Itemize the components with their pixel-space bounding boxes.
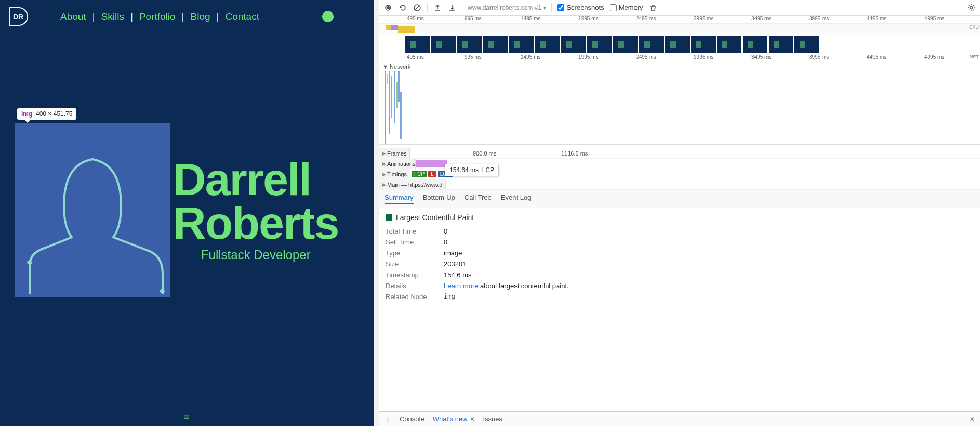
screenshots-toggle[interactable]: Screenshots [557, 4, 604, 11]
filmstrip-frame[interactable] [743, 36, 767, 53]
row-value: 203201 [444, 260, 466, 268]
summary-row: Total Time0 [386, 226, 974, 237]
filmstrip-frame[interactable] [665, 36, 690, 53]
ruler-tick: 4995 ms [924, 16, 944, 21]
nav-contact[interactable]: Contact [225, 11, 259, 22]
filmstrip-frame[interactable] [483, 36, 508, 53]
ruler-tick: 495 ms [407, 54, 424, 60]
row-key: Details [386, 282, 438, 290]
drawer-whatsnew-tab[interactable]: What's new ✕ [433, 415, 475, 423]
filmstrip-frame[interactable] [639, 36, 664, 53]
screenshots-checkbox[interactable] [557, 4, 564, 11]
animation-bar[interactable] [416, 160, 447, 167]
filmstrip-frame[interactable] [717, 36, 741, 53]
drawer-issues-tab[interactable]: Issues [483, 415, 503, 423]
learn-more-link[interactable]: Learn more [444, 282, 478, 290]
summary-row: Typeimage [386, 248, 974, 259]
tab-call-tree[interactable]: Call Tree [465, 193, 492, 204]
filmstrip-frame[interactable] [587, 36, 612, 53]
screenshot-filmstrip[interactable]: NET [379, 35, 980, 54]
hero-image-highlight[interactable] [15, 123, 170, 297]
clear-button[interactable] [413, 3, 422, 12]
frames-track-label[interactable]: ▶Frames [379, 148, 410, 158]
reload-record-button[interactable] [398, 3, 407, 12]
nav-portfolio[interactable]: Portfolio [139, 11, 176, 22]
row-value: 0 [444, 238, 447, 246]
row-key: Size [386, 260, 438, 268]
animations-track-label[interactable]: ▶Animations [379, 159, 416, 169]
filmstrip-frame[interactable] [509, 36, 534, 53]
ruler-tick: 2495 ms [636, 54, 656, 60]
drag-handle-icon[interactable]: ≡ [183, 411, 191, 423]
ruler-tick: 995 ms [465, 16, 482, 21]
filmstrip-frame[interactable] [457, 36, 482, 53]
tab-bottom-up[interactable]: Bottom-Up [423, 193, 455, 204]
perf-toolbar: www.darrellroberts.com #1 ▾ Screenshots … [379, 0, 980, 16]
main-track-label[interactable]: ▶Main — https://www.d [379, 179, 446, 189]
fcp-badge[interactable]: FCP [412, 171, 427, 177]
memory-checkbox[interactable] [610, 4, 617, 11]
filmstrip-frame[interactable] [769, 36, 793, 53]
site-header: DR About| Skills| Portfolio| Blog| Conta… [0, 0, 374, 33]
nav-about[interactable]: About [60, 11, 86, 22]
theme-dot[interactable] [322, 11, 334, 22]
cpu-minimap[interactable]: CPU [379, 24, 980, 35]
svg-rect-0 [27, 260, 32, 265]
nav-blog[interactable]: Blog [191, 11, 210, 22]
record-button[interactable] [383, 3, 393, 12]
time-ruler-bottom[interactable]: 495 ms995 ms1495 ms1995 ms2495 ms2995 ms… [379, 54, 980, 62]
network-flame[interactable] [379, 71, 980, 144]
row-key: Self Time [386, 238, 438, 246]
drawer-console-tab[interactable]: Console [400, 415, 425, 423]
filmstrip-frame[interactable] [691, 36, 716, 53]
filmstrip-frame[interactable] [561, 36, 586, 53]
nav-sep: | [217, 11, 219, 22]
drawer-menu-icon[interactable]: ⋮ [385, 415, 391, 423]
lcp-color-swatch [386, 214, 392, 221]
memory-toggle[interactable]: Memory [610, 4, 643, 11]
filmstrip-frame[interactable] [535, 36, 560, 53]
tracks-section: ▶Frames 900.0 ms 1116.5 ms ▶Animations ▶… [379, 148, 980, 190]
tab-event-log[interactable]: Event Log [501, 193, 532, 204]
filmstrip-frame[interactable] [405, 36, 430, 53]
summary-title: Largest Contentful Paint [386, 213, 974, 222]
download-profile-button[interactable] [447, 3, 457, 12]
time-ruler-top[interactable]: 495 ms995 ms1495 ms1995 ms2495 ms2995 ms… [379, 16, 980, 24]
gc-button[interactable] [648, 3, 658, 12]
summary-row: Self Time0 [386, 237, 974, 248]
site-logo[interactable]: DR [9, 7, 28, 26]
recording-selector[interactable]: www.darrellroberts.com #1 ▾ [468, 4, 546, 11]
ruler-tick: 3995 ms [809, 54, 829, 60]
ruler-tick: 2995 ms [694, 54, 713, 60]
row-value: 0 [444, 227, 447, 235]
nav-skills[interactable]: Skills [101, 11, 124, 22]
frame-time: 900.0 ms [473, 150, 496, 157]
settings-gear-icon[interactable] [966, 3, 976, 12]
svg-point-3 [387, 6, 390, 9]
collapse-handle[interactable]: ⋯ [379, 144, 980, 148]
close-icon[interactable]: ✕ [470, 416, 475, 423]
related-node-link[interactable]: img [444, 293, 455, 301]
ruler-tick: 1995 ms [578, 16, 598, 21]
tab-summary[interactable]: Summary [385, 193, 414, 204]
row-key: Total Time [386, 227, 438, 235]
main-track[interactable]: ▶Main — https://www.d [379, 179, 980, 190]
upload-profile-button[interactable] [433, 3, 442, 12]
filmstrip-frame[interactable] [794, 36, 819, 53]
timings-track-label[interactable]: ▶Timings [379, 169, 410, 179]
drawer-bar: ⋮ Console What's new ✕ Issues ✕ [379, 411, 980, 426]
timings-track[interactable]: ▶Timings FCP L LCP 154.64 ms LCP [379, 169, 980, 179]
network-section-header[interactable]: ▼ Network [379, 62, 980, 71]
hero-name: DarrellRoberts [173, 158, 339, 244]
hero-text: DarrellRoberts Fullstack Developer [173, 158, 339, 262]
frames-track[interactable]: ▶Frames 900.0 ms 1116.5 ms [379, 148, 980, 159]
filmstrip-frame[interactable] [431, 36, 456, 53]
drawer-close-icon[interactable]: ✕ [970, 416, 975, 423]
pane-splitter[interactable]: ⋮ [374, 0, 379, 426]
l-badge[interactable]: L [428, 171, 436, 177]
row-key: Type [386, 249, 438, 257]
summary-row: Related Nodeimg [386, 291, 974, 302]
filmstrip-frame[interactable] [613, 36, 638, 53]
ruler-tick: 4495 ms [867, 54, 886, 60]
memory-label: Memory [619, 4, 643, 11]
